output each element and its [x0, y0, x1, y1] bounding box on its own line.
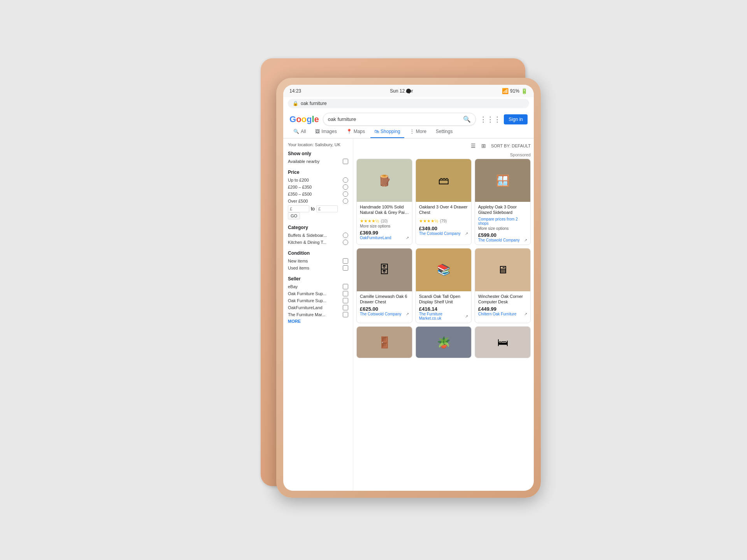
price-from-input[interactable] — [288, 205, 309, 212]
sign-in-button[interactable]: Sign in — [504, 114, 528, 124]
product-info-4: Camille Limewash Oak 6 Drawer Chest £625… — [357, 291, 412, 319]
price-option-2[interactable]: £350 – £500 — [288, 191, 348, 197]
show-only-section: Show only Available nearby — [288, 151, 348, 164]
product-image-6: 🖥 — [475, 248, 530, 291]
product-image-3: 🪟 — [475, 159, 530, 202]
seller-furniture-label: The Furniture Mar... — [288, 312, 326, 317]
price-radio-3[interactable] — [343, 198, 348, 204]
price-option-1[interactable]: £200 – £350 — [288, 184, 348, 190]
product-seller-1[interactable]: OakFurnitureLand ↗ — [360, 236, 409, 240]
available-nearby-checkbox[interactable] — [343, 159, 348, 164]
grid-view-icon[interactable]: ⊞ — [479, 142, 488, 150]
seller-ebay[interactable]: eBay — [288, 284, 348, 289]
seller-name-5: The Furniture Market.co.uk — [419, 312, 465, 320]
product-price-5: £416.14 — [419, 306, 468, 312]
product-card-9[interactable]: 🛏 — [475, 326, 531, 358]
category-option-0[interactable]: Buffets & Sideboar... — [288, 233, 348, 238]
product-card-7[interactable]: 🚪 — [356, 326, 412, 358]
category-section: Category Buffets & Sideboar... Kitchen &… — [288, 225, 348, 245]
product-seller-3[interactable]: The Cotswold Company ↗ — [478, 238, 527, 242]
seller-oakland[interactable]: OakFurnitureLand — [288, 305, 348, 310]
images-icon: 🖼 — [315, 129, 320, 134]
seller-ebay-checkbox[interactable] — [343, 284, 348, 289]
condition-used[interactable]: Used items — [288, 265, 348, 271]
condition-used-label: Used items — [288, 266, 309, 270]
price-to-label: to — [311, 206, 315, 212]
tab-all[interactable]: 🔍 All — [289, 126, 310, 138]
condition-used-checkbox[interactable] — [343, 265, 348, 271]
search-button[interactable]: 🔍 — [463, 116, 471, 123]
tab-more[interactable]: ⋮ More — [406, 126, 430, 138]
seller-oak1-checkbox[interactable] — [343, 291, 348, 296]
product-card-3[interactable]: 🪟 Appleby Oak 3 Door Glazed Sideboard Co… — [475, 159, 531, 245]
product-image-1: 🪵 — [357, 159, 412, 202]
product-seller-6[interactable]: Chiltern Oak Furniture ↗ — [478, 312, 527, 316]
product-seller-2[interactable]: The Cotswold Company ↗ — [419, 231, 468, 236]
seller-name-1: OakFurnitureLand — [360, 236, 391, 240]
search-bar[interactable]: 🔍 — [323, 113, 476, 126]
toolbar-icons: ☰ ⊞ — [469, 142, 488, 150]
available-nearby-label: Available nearby — [288, 159, 319, 164]
product-card-1[interactable]: 🪵 Handmade 100% Solid Natural Oak & Grey… — [356, 159, 412, 245]
seller-oak1-label: Oak Furniture Sup... — [288, 291, 326, 296]
category-radio-1[interactable] — [343, 240, 348, 245]
tab-maps-label: Maps — [354, 129, 365, 134]
wifi-icon: 📶 — [502, 88, 509, 94]
category-radio-0[interactable] — [343, 233, 348, 238]
seller-oak2[interactable]: Oak Furniture Sup... — [288, 298, 348, 303]
product-card-4[interactable]: 🗄 Camille Limewash Oak 6 Drawer Chest £6… — [356, 248, 412, 324]
product-image-9: 🛏 — [475, 327, 530, 358]
search-input[interactable] — [328, 116, 463, 122]
price-option-0[interactable]: Up to £200 — [288, 177, 348, 183]
compare-prices-link-3[interactable]: Compare prices from 2 shops — [478, 217, 527, 226]
price-to-input[interactable] — [316, 205, 338, 212]
price-option-3[interactable]: Over £500 — [288, 198, 348, 204]
condition-new-checkbox[interactable] — [343, 258, 348, 264]
product-name-2: Oakland 3 Over 4 Drawer Chest — [419, 204, 468, 215]
seller-more-link[interactable]: MORE — [288, 319, 348, 324]
product-name-1: Handmade 100% Solid Natural Oak & Grey P… — [360, 204, 409, 215]
price-radio-2[interactable] — [343, 191, 348, 197]
product-seller-4[interactable]: The Cotswold Company ↗ — [360, 312, 409, 316]
google-apps-icon[interactable]: ⋮⋮⋮ — [480, 115, 501, 124]
available-nearby-item[interactable]: Available nearby — [288, 159, 348, 164]
more-icon: ⋮ — [410, 129, 414, 134]
seller-oakland-checkbox[interactable] — [343, 305, 348, 310]
product-price-1: £369.99 — [360, 230, 409, 236]
product-image-5: 📚 — [416, 248, 471, 291]
seller-oak2-checkbox[interactable] — [343, 298, 348, 303]
product-card-2[interactable]: 🗃 Oakland 3 Over 4 Drawer Chest ★★★★½ (7… — [416, 159, 472, 245]
product-seller-5[interactable]: The Furniture Market.co.uk ↗ — [419, 312, 468, 320]
external-link-icon-2: ↗ — [465, 231, 468, 236]
list-view-icon[interactable]: ☰ — [469, 142, 478, 150]
seller-furniture[interactable]: The Furniture Mar... — [288, 312, 348, 317]
external-link-icon-5: ↗ — [465, 314, 468, 318]
product-card-6[interactable]: 🖥 Winchester Oak Corner Computer Desk £4… — [475, 248, 531, 324]
url-text: oak furniture — [301, 101, 327, 106]
device-screen: 14:23 Sun 12 Apr 📶 91% 🔋 🔒 oak furniture… — [283, 85, 534, 491]
url-bar[interactable]: 🔒 oak furniture — [288, 99, 529, 108]
seller-name-2: The Cotswold Company — [419, 231, 461, 236]
category-option-1[interactable]: Kitchen & Dining T... — [288, 240, 348, 245]
product-image-7: 🚪 — [357, 327, 412, 358]
sort-label[interactable]: SORT BY: DEFAULT — [491, 144, 531, 148]
price-radio-0[interactable] — [343, 177, 348, 183]
tab-all-label: All — [301, 129, 306, 134]
product-price-4: £625.00 — [360, 306, 409, 312]
price-label-0: Up to £200 — [288, 178, 309, 182]
seller-oak1[interactable]: Oak Furniture Sup... — [288, 291, 348, 296]
seller-furniture-checkbox[interactable] — [343, 312, 348, 317]
tab-images[interactable]: 🖼 Images — [311, 126, 340, 138]
price-go-button[interactable]: GO — [288, 212, 300, 219]
condition-title: Condition — [288, 250, 348, 256]
condition-new-label: New items — [288, 259, 308, 263]
condition-new[interactable]: New items — [288, 258, 348, 264]
product-card-5[interactable]: 📚 Scandi Oak Tall Open Display Shelf Uni… — [416, 248, 472, 324]
product-name-6: Winchester Oak Corner Computer Desk — [478, 294, 527, 305]
category-label-0: Buffets & Sideboar... — [288, 233, 327, 238]
tab-maps[interactable]: 📍 Maps — [342, 126, 369, 138]
tab-shopping[interactable]: 🛍 Shopping — [370, 126, 404, 138]
tab-settings[interactable]: Settings — [432, 126, 456, 138]
price-radio-1[interactable] — [343, 184, 348, 190]
product-card-8[interactable]: 🪴 — [416, 326, 472, 358]
